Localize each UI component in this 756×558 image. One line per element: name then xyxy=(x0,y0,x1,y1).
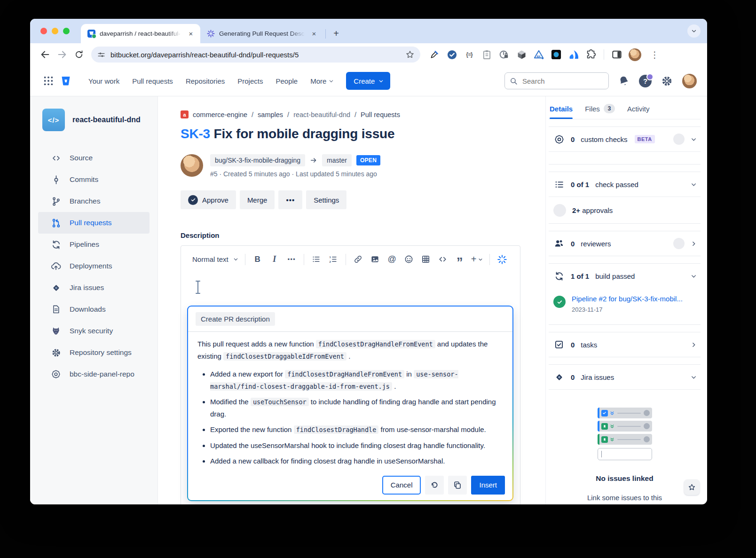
nav-projects[interactable]: Projects xyxy=(237,77,263,85)
image-button[interactable] xyxy=(368,252,383,267)
sidebar-item-deployments[interactable]: Deployments xyxy=(38,255,150,277)
sidebar-item-pull-requests[interactable]: Pull requests xyxy=(38,212,150,234)
builds-header[interactable]: 1 of 1 build passed xyxy=(549,264,701,288)
breadcrumb-workspace[interactable]: commerce-engine xyxy=(193,111,247,118)
insert-more-button[interactable]: + xyxy=(469,252,485,267)
checks-header[interactable]: 0 of 1 check passed xyxy=(549,172,701,196)
tab-bitbucket[interactable]: daveparrish / react-beautiful- × xyxy=(81,24,200,43)
text-style-select[interactable]: Normal text xyxy=(190,255,240,263)
sidebar-item-commits[interactable]: Commits xyxy=(38,169,150,190)
sidebar-item-pipelines[interactable]: Pipelines xyxy=(38,234,150,255)
dark-camera-extension-icon[interactable] xyxy=(551,49,562,60)
table-button[interactable] xyxy=(418,252,433,267)
new-tab-button[interactable]: + xyxy=(330,27,343,40)
browser-menu-icon[interactable]: ⋮ xyxy=(647,49,662,60)
axe-devtools-extension-icon[interactable]: ax xyxy=(533,49,544,60)
link-button[interactable] xyxy=(351,252,366,267)
bold-button[interactable]: B xyxy=(250,252,265,267)
reload-button[interactable] xyxy=(71,47,87,62)
editor-content[interactable] xyxy=(181,273,520,306)
more-actions-button[interactable]: ••• xyxy=(278,190,302,209)
quote-button[interactable]: ” xyxy=(452,252,467,267)
help-icon[interactable]: ? xyxy=(639,75,652,87)
check-circle-extension-icon[interactable] xyxy=(446,49,457,60)
author-avatar[interactable] xyxy=(181,154,203,177)
breadcrumb-project[interactable]: samples xyxy=(258,111,283,118)
atlassian-intelligence-button[interactable] xyxy=(495,252,510,267)
url-text[interactable]: bitbucket.org/daveparrish/react-beautifu… xyxy=(110,51,401,59)
jira-issue-key-link[interactable]: SK-3 xyxy=(181,126,210,141)
nav-people[interactable]: People xyxy=(276,77,298,85)
nav-pull-requests[interactable]: Pull requests xyxy=(132,77,173,85)
nav-more[interactable]: More xyxy=(310,77,334,85)
emoji-button[interactable] xyxy=(402,252,417,267)
side-panel-star-button[interactable] xyxy=(684,479,700,495)
custom-checks-header[interactable]: 0 custom checks BETA xyxy=(549,127,701,151)
sidebar-item-repository-settings[interactable]: Repository settings xyxy=(38,342,150,363)
privacy-timer-extension-icon[interactable] xyxy=(498,49,510,60)
tab-search-button[interactable] xyxy=(687,24,701,38)
sidebar-item-snyk-security[interactable]: Snyk security xyxy=(38,320,150,342)
approve-button[interactable]: Approve xyxy=(181,190,236,209)
close-tab-icon[interactable]: × xyxy=(309,29,319,39)
description-editor[interactable]: Normal text B I ⋯ 12 xyxy=(181,245,520,504)
pipeline-row: Pipeline #2 for bug/SK-3-fix-mobil... 20… xyxy=(549,288,701,324)
merge-button[interactable]: Merge xyxy=(240,190,275,209)
forward-button[interactable] xyxy=(55,47,70,62)
numbered-list-button[interactable]: 12 xyxy=(326,252,341,267)
app-switcher-icon[interactable] xyxy=(43,76,54,86)
browser-profile-avatar[interactable] xyxy=(629,48,641,61)
mention-button[interactable]: @ xyxy=(385,252,400,267)
address-bar[interactable]: bitbucket.org/daveparrish/react-beautifu… xyxy=(91,47,420,63)
sidebar-item-source[interactable]: Source xyxy=(38,147,150,169)
italic-button[interactable]: I xyxy=(267,252,282,267)
fullscreen-window-button[interactable] xyxy=(63,28,70,34)
sidebar-item-downloads[interactable]: Downloads xyxy=(38,299,150,320)
search-input[interactable] xyxy=(521,77,592,86)
close-window-button[interactable] xyxy=(40,28,47,34)
breadcrumb-pull-requests[interactable]: Pull requests xyxy=(361,111,400,118)
source-branch-chip[interactable]: bug/SK-3-fix-mobile-dragging xyxy=(210,154,305,166)
regenerate-button[interactable] xyxy=(425,476,444,495)
atlassian-extension-icon[interactable] xyxy=(568,49,579,60)
sidebar-item-branches[interactable]: Branches xyxy=(38,190,150,212)
cancel-button[interactable]: Cancel xyxy=(382,476,421,495)
bullet-list-button[interactable] xyxy=(309,252,324,267)
sidebar-item-jira-issues[interactable]: Jira issues xyxy=(38,277,150,299)
nav-your-work[interactable]: Your work xyxy=(88,77,119,85)
cube-extension-icon[interactable] xyxy=(516,49,527,60)
search-box[interactable] xyxy=(504,72,609,89)
tab-files[interactable]: Files 3 xyxy=(585,104,615,113)
target-branch-chip[interactable]: master xyxy=(322,154,352,166)
close-tab-icon[interactable]: × xyxy=(186,29,196,39)
bookmark-star-icon[interactable] xyxy=(405,50,415,59)
bitbucket-logo[interactable] xyxy=(60,75,71,86)
braces-extension-icon[interactable]: {≡} xyxy=(464,49,475,60)
jira-issues-header[interactable]: 0 Jira issues xyxy=(549,365,701,389)
settings-gear-icon[interactable] xyxy=(661,75,673,87)
pipeline-link[interactable]: Pipeline #2 for bug/SK-3-fix-mobil... xyxy=(572,295,683,303)
insert-button[interactable]: Insert xyxy=(471,476,505,495)
create-button[interactable]: Create xyxy=(346,72,390,90)
back-button[interactable] xyxy=(38,47,53,62)
clipboard-extension-icon[interactable] xyxy=(481,49,492,60)
side-panel-icon[interactable] xyxy=(611,49,622,60)
minimize-window-button[interactable] xyxy=(52,28,58,34)
tab-details[interactable]: Details xyxy=(550,105,573,113)
site-info-icon[interactable] xyxy=(97,50,106,59)
breadcrumb-repo[interactable]: react-beautiful-dnd xyxy=(293,111,350,118)
settings-button[interactable]: Settings xyxy=(306,190,346,209)
tab-ai-assistant[interactable]: Generating Pull Request Desc × xyxy=(200,24,323,43)
user-avatar[interactable] xyxy=(682,74,697,88)
sidebar-item-bbc-side-panel-repo[interactable]: bbc-side-panel-repo xyxy=(38,363,150,385)
nav-repositories[interactable]: Repositories xyxy=(186,77,225,85)
notifications-bell-icon[interactable] xyxy=(618,75,630,86)
extensions-puzzle-icon[interactable] xyxy=(585,49,597,60)
eyedropper-extension-icon[interactable] xyxy=(429,49,440,60)
tasks-header[interactable]: 0 tasks xyxy=(549,332,701,357)
copy-button[interactable] xyxy=(448,476,467,495)
code-block-button[interactable] xyxy=(435,252,450,267)
more-formatting-button[interactable]: ⋯ xyxy=(284,252,299,267)
reviewers-header[interactable]: 0 reviewers xyxy=(549,231,701,256)
tab-activity[interactable]: Activity xyxy=(627,105,650,113)
